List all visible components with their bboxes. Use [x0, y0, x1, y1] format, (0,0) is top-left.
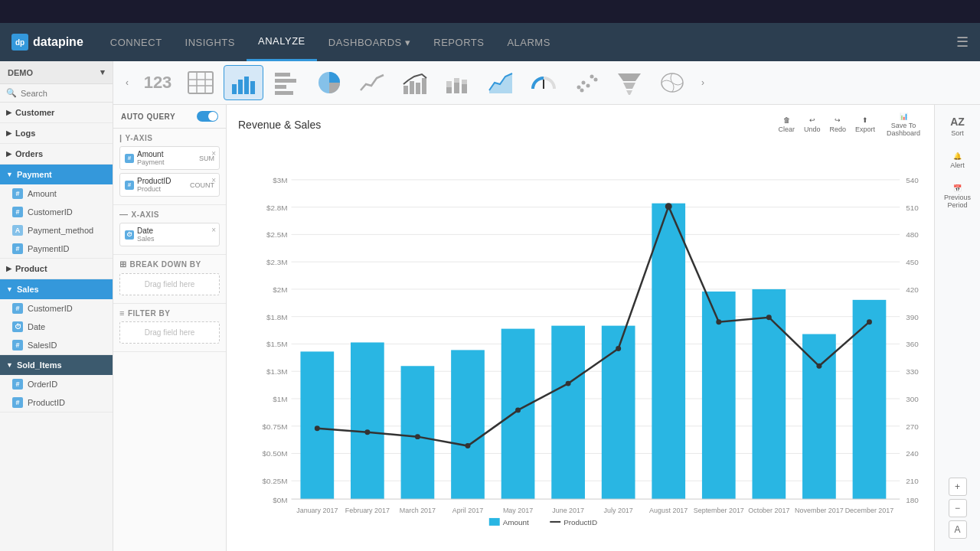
clear-button[interactable]: 🗑 Clear: [778, 116, 795, 133]
bar-feb: [351, 342, 384, 499]
sidebar-item-sales-customerid[interactable]: # CustomerID: [0, 299, 113, 318]
sort-button[interactable]: AZ Sort: [939, 111, 977, 142]
dashboards-chevron-icon: ▾: [405, 37, 411, 48]
group-icon-product: ▶: [6, 265, 11, 272]
breakdown-drop-zone[interactable]: Drag field here: [119, 273, 220, 295]
svg-rect-15: [410, 81, 414, 94]
field-label: ProductID: [28, 398, 65, 407]
y-field-amount[interactable]: # Amount Payment SUM ×: [119, 146, 220, 170]
previous-period-label: Previous Period: [942, 194, 974, 209]
filter-drop-zone[interactable]: Drag field here: [119, 321, 220, 344]
chip-close-icon[interactable]: ×: [211, 149, 216, 158]
sidebar-item-payment-method[interactable]: A Payment_method: [0, 221, 113, 240]
group-icon-logs: ▶: [6, 129, 11, 137]
search-input[interactable]: [21, 89, 106, 98]
svg-point-27: [586, 84, 590, 88]
field-label: CustomerID: [28, 304, 73, 313]
sidebar-group-header-product[interactable]: ▶ Product: [0, 259, 113, 279]
sidebar-group-header-orders[interactable]: ▶ Orders: [0, 144, 113, 164]
sidebar-item-sold-orderid[interactable]: # OrderID: [0, 375, 113, 393]
zoom-text-button[interactable]: A: [949, 520, 967, 539]
chip-sub: Sales: [137, 235, 155, 243]
sidebar-group-header-sales[interactable]: ▼ Sales: [0, 279, 113, 299]
chart-type-combo[interactable]: [395, 65, 435, 100]
sidebar-item-payment-amount[interactable]: # Amount: [0, 184, 113, 203]
sidebar-item-payment-customerid[interactable]: # CustomerID: [0, 203, 113, 221]
sidebar-group-header-sold-items[interactable]: ▼ Sold_Items: [0, 355, 113, 375]
hamburger-icon[interactable]: ☰: [956, 34, 969, 51]
redo-button[interactable]: ↪ Redo: [829, 116, 846, 133]
field-icon: #: [125, 154, 134, 163]
sidebar-group-header-customer[interactable]: ▶ Customer: [0, 103, 113, 122]
alert-button[interactable]: 🔔 Alert: [939, 148, 977, 174]
clear-label: Clear: [778, 126, 795, 133]
svg-text:$2.5M: $2.5M: [266, 230, 288, 239]
line-dot: [466, 443, 471, 448]
sidebar-item-sales-date[interactable]: ⏱ Date: [0, 318, 113, 336]
group-label-orders: Orders: [15, 149, 43, 158]
field-icon-hash: #: [12, 340, 23, 350]
svg-rect-23: [462, 80, 467, 84]
toolbar-prev-arrow[interactable]: ‹: [119, 75, 135, 90]
chart-type-pie[interactable]: [309, 65, 349, 100]
bar-dec: [853, 300, 887, 499]
sidebar-group-product: ▶ Product: [0, 259, 113, 279]
chart-type-gauge[interactable]: [524, 65, 564, 100]
svg-rect-86: [489, 518, 500, 526]
nav-insights[interactable]: INSIGHTS: [174, 23, 247, 61]
nav-analyze[interactable]: ANALYZE: [247, 23, 317, 61]
chart-type-number[interactable]: 123: [138, 65, 178, 100]
svg-marker-33: [626, 90, 632, 95]
svg-rect-18: [446, 87, 452, 93]
chart-type-stacked[interactable]: [438, 65, 478, 100]
svg-marker-32: [623, 83, 635, 89]
sidebar-demo-selector[interactable]: DEMO ▾: [0, 61, 113, 84]
svg-rect-22: [462, 84, 467, 93]
sidebar-item-payment-paymentid[interactable]: # PaymentID: [0, 240, 113, 258]
chart-type-funnel[interactable]: [609, 65, 649, 100]
undo-button[interactable]: ↩ Undo: [804, 116, 821, 133]
field-label: CustomerID: [28, 207, 73, 217]
chip-label: Amount: [137, 150, 165, 158]
sidebar-group-orders: ▶ Orders: [0, 144, 113, 165]
nav-dashboards[interactable]: DASHBOARDS ▾: [317, 23, 423, 61]
chart-type-area[interactable]: [481, 65, 521, 100]
export-button[interactable]: ⬆ Export: [855, 116, 875, 133]
chip-close-icon[interactable]: ×: [211, 226, 216, 234]
toolbar-next-arrow[interactable]: ›: [695, 75, 710, 90]
svg-rect-14: [403, 86, 408, 94]
svg-rect-9: [275, 73, 290, 77]
x-field-date[interactable]: ⏱ Date Sales ×: [119, 223, 220, 246]
chart-type-hbar[interactable]: [266, 65, 306, 100]
breakdown-icon: ⊞: [119, 259, 127, 269]
chart-type-scatter[interactable]: [567, 65, 606, 100]
nav-alarms[interactable]: ALARMS: [495, 23, 561, 61]
bar-jun: [551, 326, 585, 499]
zoom-out-button[interactable]: −: [949, 499, 967, 517]
sidebar-group-header-logs[interactable]: ▶ Logs: [0, 123, 113, 143]
save-dashboard-button[interactable]: 📊 Save To Dashboard: [884, 112, 923, 137]
nav-reports[interactable]: REPORTS: [422, 23, 495, 61]
auto-query-toggle[interactable]: [197, 111, 218, 122]
line-dot: [415, 434, 420, 439]
chip-close-icon[interactable]: ×: [211, 176, 216, 184]
chart-type-table[interactable]: [181, 65, 220, 100]
nav-connect[interactable]: CONNECT: [99, 23, 174, 61]
y-axis-section: | Y-AXIS # Amount Payment SUM × #: [113, 129, 226, 205]
field-icon-hash: #: [12, 379, 23, 390]
chart-type-line[interactable]: [352, 65, 392, 100]
line-productid: [317, 207, 869, 446]
svg-text:240: 240: [906, 449, 919, 458]
svg-rect-11: [275, 85, 286, 89]
previous-period-button[interactable]: 📅 Previous Period: [939, 180, 977, 214]
sidebar-item-sold-productid[interactable]: # ProductID: [0, 393, 113, 412]
zoom-in-button[interactable]: +: [949, 478, 967, 496]
svg-text:$0M: $0M: [273, 496, 287, 504]
y-field-productid[interactable]: # ProductID Product COUNT ×: [119, 173, 220, 197]
chart-type-bar[interactable]: [224, 65, 263, 100]
sidebar-item-sales-salesid[interactable]: # SalesID: [0, 336, 113, 354]
field-label: SalesID: [28, 341, 57, 350]
sidebar-group-header-payment[interactable]: ▼ Payment: [0, 165, 113, 184]
y-axis-icon: |: [119, 133, 122, 142]
chart-type-map[interactable]: [652, 65, 692, 100]
